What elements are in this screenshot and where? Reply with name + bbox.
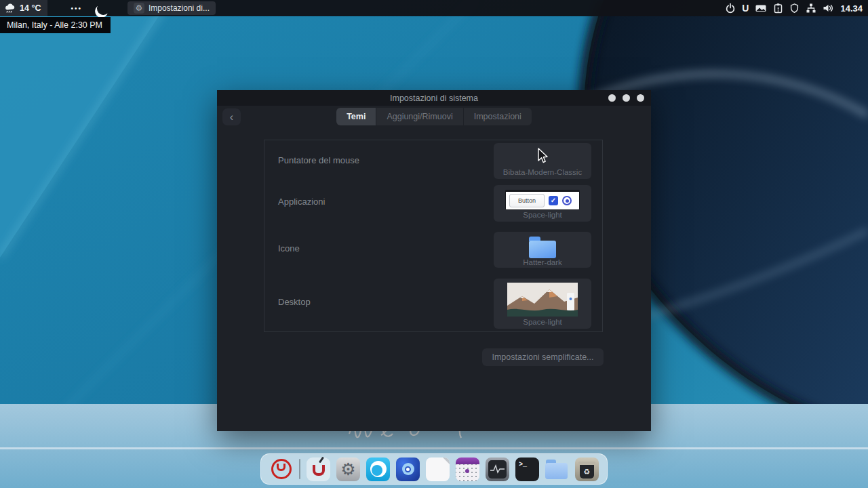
preview-button-widget: Button (509, 194, 545, 207)
terminal-icon: >_ (515, 458, 539, 481)
calendar-icon (456, 458, 479, 481)
folder-icon (545, 458, 569, 481)
preview-checkbox-widget: ✓ (549, 196, 558, 205)
tab-temi[interactable]: Temi (336, 108, 376, 125)
menu-dots-applet[interactable]: ••• (71, 5, 82, 12)
dock-trash[interactable]: ♻ (575, 458, 599, 481)
gtk-theme-name: Space-light (523, 211, 562, 219)
dock-unity-tweak-tool[interactable] (307, 458, 330, 481)
unity-tweak-icon (313, 465, 325, 476)
desktop-theme-name: Space-light (523, 318, 562, 326)
top-panel: 14 °C ••• ⚙ Impostazioni di... U (0, 0, 868, 16)
dock-unity-launcher[interactable] (269, 458, 293, 481)
night-light-moon-icon[interactable] (95, 0, 111, 16)
trash-icon: ♻ (575, 458, 599, 481)
window-minimize-button[interactable] (608, 94, 616, 102)
gear-icon: ⚙ (336, 458, 360, 481)
cursor-theme-name: Bibata-Modern-Classic (503, 168, 582, 176)
volume-icon[interactable] (823, 3, 834, 14)
recycle-icon: ♻ (580, 465, 594, 479)
security-app-icon (396, 458, 420, 481)
gear-icon: ⚙ (134, 3, 144, 14)
settings-window: Impostazioni di sistema ‹ Temi Aggiungi/… (217, 90, 651, 431)
tab-impostazioni[interactable]: Impostazioni (464, 108, 532, 125)
dock-separator (299, 459, 300, 479)
row-label-puntatore: Puntatore del mouse (278, 155, 359, 165)
tasklist-window-label: Impostazioni di... (149, 3, 210, 13)
unity-logo-icon (271, 459, 292, 479)
window-title: Impostazioni di sistema (390, 94, 478, 103)
weather-temperature: 14 °C (20, 3, 41, 13)
dock-calendar[interactable] (456, 458, 479, 481)
preview-radio-widget (562, 196, 572, 205)
clipboard-icon[interactable] (773, 3, 783, 14)
dock-browser[interactable] (366, 458, 390, 481)
dock-files[interactable] (545, 458, 569, 481)
browser-icon (366, 458, 390, 481)
wallpaper-thumbnail (507, 283, 578, 317)
themes-panel: Puntatore del mouse Bibata-Modern-Classi… (264, 140, 603, 332)
weather-applet[interactable]: 14 °C (0, 0, 47, 16)
widget-preview: Button ✓ (505, 190, 580, 210)
dock: ⚙ >_ (260, 453, 608, 485)
desktop-theme-button[interactable]: Space-light (494, 279, 591, 329)
unifi-icon[interactable]: U (742, 3, 749, 14)
folder-icon (529, 237, 556, 258)
weather-tooltip: Milan, Italy - Alle 2:30 PM (0, 17, 111, 33)
system-tray: U 14.34 (725, 3, 868, 14)
row-label-applicazioni: Applicazioni (278, 197, 325, 207)
window-titlebar[interactable]: Impostazioni di sistema (217, 90, 651, 106)
dock-security-app[interactable] (396, 458, 420, 481)
network-icon[interactable] (806, 3, 816, 14)
dock-terminal[interactable]: >_ (515, 458, 539, 481)
icon-theme-name: Hatter-dark (523, 258, 562, 266)
wallpaper-icon[interactable] (755, 3, 767, 14)
row-label-desktop: Desktop (278, 297, 311, 307)
simplified-settings-button[interactable]: Impostazioni semplificate... (482, 348, 604, 366)
document-icon (426, 458, 450, 481)
dock-settings[interactable]: ⚙ (336, 458, 360, 481)
gtk-theme-button[interactable]: Button ✓ Space-light (494, 185, 591, 222)
window-maximize-button[interactable] (623, 94, 630, 102)
window-close-button[interactable] (637, 94, 644, 102)
clock[interactable]: 14.34 (840, 3, 863, 14)
power-icon[interactable] (725, 3, 736, 14)
dock-system-monitor[interactable] (486, 458, 509, 481)
system-monitor-icon (486, 458, 509, 481)
weather-cloud-icon (4, 3, 16, 14)
tab-aggiungi-rimuovi[interactable]: Aggiungi/Rimuovi (376, 108, 462, 125)
icon-theme-button[interactable]: Hatter-dark (494, 232, 591, 268)
cursor-arrow-icon (536, 148, 549, 164)
weather-tooltip-text: Milan, Italy - Alle 2:30 PM (7, 20, 102, 30)
cursor-theme-button[interactable]: Bibata-Modern-Classic (494, 143, 591, 179)
tab-bar: Temi Aggiungi/Rimuovi Impostazioni (217, 108, 651, 125)
tasklist-window-button[interactable]: ⚙ Impostazioni di... (127, 1, 216, 15)
window-controls (608, 94, 644, 102)
shield-icon[interactable] (789, 3, 800, 14)
row-label-icone: Icone (278, 243, 300, 253)
dock-text-editor[interactable] (426, 458, 450, 481)
